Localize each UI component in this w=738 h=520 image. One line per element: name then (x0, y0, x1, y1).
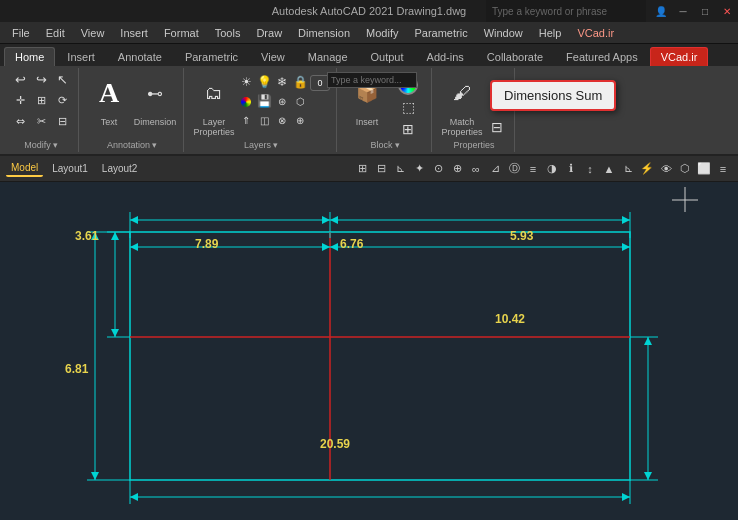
btn-dimension[interactable]: ⊷ (133, 72, 177, 116)
nav-icon-3dosnap[interactable]: ⊕ (448, 160, 466, 178)
nav-icon-transparency[interactable]: ◑ (543, 160, 561, 178)
btn-prop-c[interactable]: ⊟ (486, 118, 508, 138)
btn-block-grid[interactable]: ⊞ (391, 120, 425, 140)
nav-icon-otrack[interactable]: ∞ (467, 160, 485, 178)
btn-layer-3b[interactable]: ◫ (256, 112, 272, 130)
btn-layer-3d[interactable]: ⊕ (292, 112, 308, 130)
group-annotation-label[interactable]: Annotation ▾ (81, 140, 183, 150)
search-box[interactable]: Type a keyword or phrase (486, 0, 646, 22)
btn-match-properties[interactable]: 🖌 (440, 72, 484, 116)
menu-dimension[interactable]: Dimension (290, 25, 358, 41)
menu-help[interactable]: Help (531, 25, 570, 41)
tab-output[interactable]: Output (360, 47, 415, 66)
nav-icon-units[interactable]: ⊾ (619, 160, 637, 178)
nav-icon-snap[interactable]: ⊞ (353, 160, 371, 178)
group-modify-label[interactable]: Modify ▾ (4, 140, 78, 150)
menu-insert[interactable]: Insert (112, 25, 156, 41)
btn-snap[interactable]: ⊞ (31, 91, 51, 111)
group-layer-properties: 🗂 LayerProperties ☀ 💡 ❄ 🔒 (186, 68, 337, 152)
dim-6.81: 6.81 (65, 362, 88, 376)
menu-draw[interactable]: Draw (248, 25, 290, 41)
dim-10.42: 10.42 (495, 312, 525, 326)
tab-featured[interactable]: Featured Apps (555, 47, 649, 66)
close-icon[interactable]: ✕ (716, 0, 738, 22)
btn-layer-lock[interactable]: 🔒 (292, 74, 308, 92)
tab-parametric[interactable]: Parametric (174, 47, 249, 66)
nav-icon-clean[interactable]: ⬜ (695, 160, 713, 178)
nav-icon-lw[interactable]: ≡ (524, 160, 542, 178)
btn-layer-bulb[interactable]: 💡 (256, 74, 272, 92)
btn-layer-save[interactable]: 💾 (256, 93, 272, 111)
menu-window[interactable]: Window (476, 25, 531, 41)
nav-icon-ortho[interactable]: ⊾ (391, 160, 409, 178)
tab-addins[interactable]: Add-ins (416, 47, 475, 66)
maximize-icon[interactable]: □ (694, 0, 716, 22)
search-placeholder: Type a keyword or phrase (492, 6, 607, 17)
group-properties-label[interactable]: Properties (434, 140, 514, 150)
tab-view[interactable]: View (250, 47, 296, 66)
menu-parametric[interactable]: Parametric (406, 25, 475, 41)
dimensions-sum-popup[interactable]: Dimensions Sum (490, 80, 616, 111)
btn-layer-color[interactable] (238, 95, 254, 109)
group-block-label[interactable]: Block ▾ (339, 140, 431, 150)
drawing-area[interactable]: 3.61 7.89 6.76 5.93 10.42 6.81 20.59 (0, 182, 738, 520)
btn-layer-3a[interactable]: ⇑ (238, 112, 254, 130)
btn-array[interactable]: ⊟ (52, 112, 72, 132)
btn-move[interactable]: ✛ (10, 91, 30, 111)
dimension-label: Dimension (134, 117, 177, 127)
btn-rotate[interactable]: ⟳ (52, 91, 72, 111)
menu-format[interactable]: Format (156, 25, 207, 41)
group-annotation: A Text ⊷ Dimension Annotation ▾ (81, 68, 184, 152)
nav-icon-anno[interactable]: ▲ (600, 160, 618, 178)
btn-undo[interactable]: ↩ (10, 70, 30, 90)
tab-manage[interactable]: Manage (297, 47, 359, 66)
ribbon-panel: ↩ ↪ ↖ ✛ ⊞ ⟳ (0, 66, 738, 156)
secondary-toolbar: Model Layout1 Layout2 ⊞ ⊟ ⊾ ✦ ⊙ ⊕ ∞ ⊿ Ⓓ … (0, 156, 738, 182)
nav-icon-ducs[interactable]: ⊿ (486, 160, 504, 178)
btn-layer-freeze[interactable]: ❄ (274, 74, 290, 92)
btn-layer-3c[interactable]: ⊗ (274, 112, 290, 130)
btn-redo[interactable]: ↪ (31, 70, 51, 90)
btn-layer-more1[interactable]: ⊛ (274, 93, 290, 111)
menu-file[interactable]: File (4, 25, 38, 41)
title-bar: Autodesk AutoCAD 2021 Drawing1.dwg Type … (0, 0, 738, 22)
nav-icon-qp[interactable]: ℹ (562, 160, 580, 178)
btn-layer-sun[interactable]: ☀ (238, 74, 254, 92)
insert-search-input[interactable] (327, 72, 417, 88)
minimize-icon[interactable]: ─ (672, 0, 694, 22)
btn-trim[interactable]: ✂ (31, 112, 51, 132)
tab-insert[interactable]: Insert (56, 47, 106, 66)
menu-vcad[interactable]: VCad.ir (569, 25, 622, 41)
nav-icon-polar[interactable]: ✦ (410, 160, 428, 178)
nav-icon-sc[interactable]: ↕ (581, 160, 599, 178)
drawing-layout2-tab[interactable]: Layout2 (97, 161, 143, 176)
nav-icon-grid[interactable]: ⊟ (372, 160, 390, 178)
btn-select[interactable]: ↖ (52, 70, 72, 90)
tab-collaborate[interactable]: Collaborate (476, 47, 554, 66)
menu-modify[interactable]: Modify (358, 25, 406, 41)
group-layers-label[interactable]: Layers ▾ (186, 140, 336, 150)
btn-stretch[interactable]: ⇔ (10, 112, 30, 132)
tab-vcad[interactable]: VCad.ir (650, 47, 709, 66)
btn-block-3d[interactable]: ⬚ (391, 98, 425, 118)
group-modify: ↩ ↪ ↖ ✛ ⊞ ⟳ (4, 68, 79, 152)
tab-home[interactable]: Home (4, 47, 55, 66)
title-bar-icons: Type a keyword or phrase 👤 ─ □ ✕ (486, 0, 738, 22)
nav-icon-dyn[interactable]: Ⓓ (505, 160, 523, 178)
btn-text[interactable]: A (87, 72, 131, 116)
tab-annotate[interactable]: Annotate (107, 47, 173, 66)
nav-icon-perf[interactable]: ⚡ (638, 160, 656, 178)
nav-icon-osnap[interactable]: ⊙ (429, 160, 447, 178)
menu-tools[interactable]: Tools (207, 25, 249, 41)
nav-icon-isolate[interactable]: 👁 (657, 160, 675, 178)
user-icon[interactable]: 👤 (650, 0, 672, 22)
drawing-layout1-tab[interactable]: Layout1 (47, 161, 93, 176)
layers-chevron: ▾ (273, 140, 278, 150)
drawing-model-tab[interactable]: Model (6, 160, 43, 177)
btn-layer-properties[interactable]: 🗂 (192, 72, 236, 116)
btn-layer-more2[interactable]: ⬡ (292, 93, 308, 111)
nav-icon-graphics[interactable]: ⬡ (676, 160, 694, 178)
menu-view[interactable]: View (73, 25, 113, 41)
nav-icon-customize[interactable]: ≡ (714, 160, 732, 178)
menu-edit[interactable]: Edit (38, 25, 73, 41)
